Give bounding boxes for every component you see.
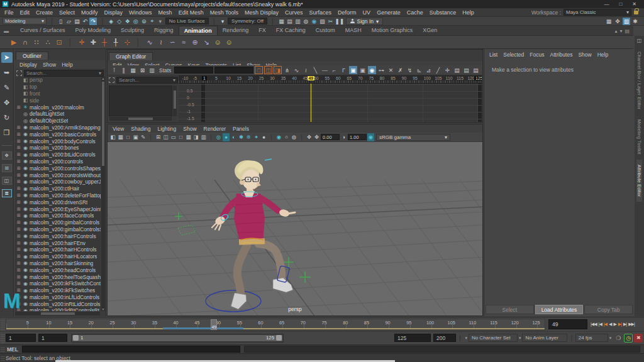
menu-item[interactable]: Show: [43, 62, 56, 68]
playback-button[interactable]: ▶|: [618, 320, 622, 329]
shelf-tab[interactable]: XGen: [418, 26, 442, 35]
menu-item[interactable]: Substance: [430, 9, 457, 16]
expand-icon[interactable]: ⊞: [17, 173, 21, 178]
viewport-toolbar-icon[interactable]: ✱: [238, 133, 245, 141]
outliner-item[interactable]: ⊞ ◉ malcolm_v200:hairFEnv: [15, 239, 101, 246]
outliner-item[interactable]: ⊞ ◉ malcolm_v200:bones: [15, 145, 101, 151]
drag-handle[interactable]: [1, 319, 5, 330]
graph-toolbar-icon[interactable]: ∿: [292, 66, 301, 74]
graph-toolbar-icon[interactable]: ✗: [396, 66, 404, 74]
toolbar-icon[interactable]: ▦: [605, 18, 613, 25]
outliner-item[interactable]: ◧ persp: [15, 77, 101, 84]
menu-item[interactable]: Curves: [285, 9, 303, 16]
shelf-button[interactable]: ∩: [20, 37, 30, 48]
filter-icon[interactable]: [109, 77, 114, 83]
graph-toolbar-icon[interactable]: ▤: [453, 66, 461, 74]
viewport-toolbar-icon[interactable]: ◧: [109, 133, 116, 141]
menu-item[interactable]: Lighting: [157, 126, 176, 132]
expand-icon[interactable]: ⊞: [17, 105, 21, 110]
outliner-item[interactable]: ⊞ ◉ malcolm_v200:controls: [15, 158, 101, 165]
current-frame-field[interactable]: 49: [548, 319, 587, 329]
animation-start-field[interactable]: 1: [6, 334, 36, 342]
outliner-item[interactable]: ⊞ ◉ malcolm_v200:EyeShaperJointsEnv: [15, 206, 101, 212]
outliner-item[interactable]: ⊞ ◉ malcolm_v200:hairFControls: [15, 233, 101, 239]
viewport-toolbar-icon[interactable]: ▥: [200, 133, 207, 141]
graph-toolbar-icon[interactable]: ✛: [443, 66, 452, 74]
shelf-button[interactable]: ↘: [201, 37, 211, 48]
exposure-icon[interactable]: ✥: [313, 133, 320, 141]
ge-area[interactable]: 0.50-0.5-1-1.5: [179, 84, 482, 122]
snap-icon[interactable]: ◈: [108, 18, 115, 25]
window-control-button[interactable]: □: [619, 1, 622, 7]
animation-end-field[interactable]: 200: [433, 334, 456, 342]
playback-button[interactable]: ◀: [608, 320, 612, 329]
viewport-toolbar-icon[interactable]: ◉: [275, 133, 282, 141]
shelf-button[interactable]: ∷: [31, 37, 42, 48]
menu-item[interactable]: Selected: [503, 52, 524, 58]
viewport-toolbar-icon[interactable]: □: [177, 133, 184, 141]
menu-item[interactable]: File: [4, 9, 14, 16]
graph-toolbar-icon[interactable]: ↯: [406, 66, 414, 74]
menu-item[interactable]: Edit: [20, 9, 30, 16]
status-icon[interactable]: ↶: [81, 18, 89, 25]
outliner-item[interactable]: ⊞ ◉ malcolm_v200:heelToeSquashNodes: [15, 273, 101, 280]
viewport-toolbar-icon[interactable]: ✎: [140, 133, 147, 141]
shelf-button[interactable]: ☺: [213, 37, 223, 48]
shelf-button[interactable]: ≈: [179, 37, 189, 48]
anim-toggle-icon[interactable]: ❍: [614, 334, 623, 343]
tool-button[interactable]: ❒: [1, 128, 13, 138]
shelf-button[interactable]: ∿: [145, 37, 155, 48]
graph-editor-channel-list[interactable]: [109, 85, 172, 116]
scrollbar[interactable]: [109, 117, 172, 121]
viewport-toolbar-icon[interactable]: ✦: [253, 133, 260, 141]
ge-playhead[interactable]: [311, 84, 311, 122]
snap-icon[interactable]: ▾: [157, 18, 164, 25]
attribute-editor-button[interactable]: Select: [486, 305, 534, 314]
shelf-button[interactable]: ≀: [156, 37, 166, 48]
malcolm-character[interactable]: [212, 160, 295, 310]
outliner-item[interactable]: ⊞ ◉ malcolm_v200:basicControls: [15, 131, 101, 138]
gamma-icon[interactable]: ◑: [340, 133, 347, 141]
shelf-button[interactable]: ✚: [88, 37, 98, 48]
menu-item[interactable]: Renderer: [204, 126, 226, 132]
expand-icon[interactable]: ⊞: [17, 234, 21, 239]
outliner-item[interactable]: ⊞ ◉ malcolm_v200:gimbalControls: [15, 219, 101, 226]
menu-item[interactable]: Mesh Display: [245, 9, 279, 16]
render-icon[interactable]: ◍: [302, 18, 309, 25]
expand-icon[interactable]: ⊞: [17, 213, 21, 218]
outliner-item[interactable]: ⊞ ◉ malcolm_v200:deleteForFlattop: [15, 192, 101, 199]
toolbar-icon[interactable]: ✱: [631, 18, 639, 25]
shelf-collapse-icon[interactable]: ▬: [4, 28, 9, 34]
outliner-item[interactable]: ⊞ ◉ malcolm_v200:lidBtControlsRt: [15, 307, 101, 311]
tool-button[interactable]: ✥: [1, 97, 13, 108]
exposure-field[interactable]: 0.00: [321, 134, 340, 140]
viewport-scene[interactable]: [108, 124, 483, 316]
command-input[interactable]: [22, 346, 240, 353]
status-icon[interactable]: ▱: [65, 18, 72, 25]
outliner-item[interactable]: ⊞ ◉ malcolm_v200:ctlHair: [15, 185, 101, 192]
menu-item[interactable]: Modify: [81, 9, 98, 16]
shelf-button[interactable]: ⊕: [190, 37, 200, 48]
graph-toolbar-icon[interactable]: ⊺: [110, 66, 118, 74]
playback-range-bar[interactable]: 1 125: [71, 334, 284, 343]
shelf-tab[interactable]: MASH: [340, 26, 367, 35]
layout-button[interactable]: ⊞: [2, 164, 12, 172]
attribute-editor-button[interactable]: Copy Tab: [584, 305, 633, 314]
graph-toolbar-icon[interactable]: ▥: [148, 66, 156, 74]
graph-toolbar-icon[interactable]: □: [255, 66, 263, 74]
menu-item[interactable]: Attributes: [550, 52, 572, 58]
window-control-button[interactable]: —: [604, 1, 609, 7]
sidebar-tab[interactable]: Channel Box / Layer Editor: [636, 47, 642, 114]
outliner-item[interactable]: ◧ front: [15, 90, 101, 97]
menu-item[interactable]: UV: [363, 9, 371, 16]
render-icon[interactable]: ◉: [310, 18, 318, 25]
graph-toolbar-icon[interactable]: —: [321, 66, 329, 74]
perspective-viewport[interactable]: ViewShadingLightingShowRendererPanels ◧▦…: [107, 124, 483, 316]
menu-item[interactable]: Show: [183, 126, 196, 132]
drag-handle[interactable]: [1, 333, 5, 343]
viewport-toolbar-icon[interactable]: ▭: [170, 133, 177, 141]
snap-icon[interactable]: ◎: [132, 18, 140, 25]
graph-toolbar-icon[interactable]: ▤: [472, 66, 480, 74]
color-management-icon[interactable]: ◉: [367, 133, 374, 141]
menu-item[interactable]: Mesh Tools: [210, 9, 238, 16]
